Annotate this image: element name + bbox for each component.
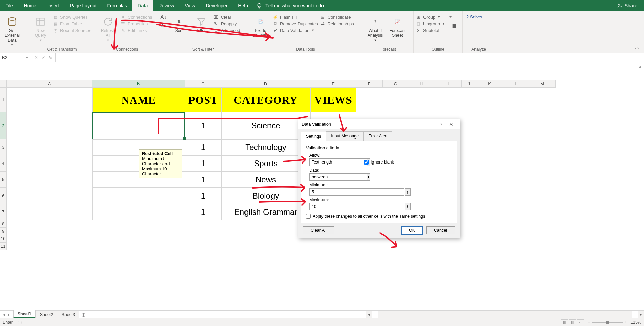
range-select-icon[interactable]: ⭱ — [405, 203, 411, 210]
new-query-button[interactable]: New Query ▼ — [30, 14, 51, 42]
row-header-1[interactable]: 1 — [0, 88, 6, 112]
tab-home[interactable]: Home — [19, 0, 42, 11]
close-icon[interactable]: ✕ — [446, 122, 456, 127]
filter-button[interactable]: Filter — [191, 14, 211, 33]
tab-developer[interactable]: Developer — [201, 0, 233, 11]
cell-D4[interactable]: Sports — [221, 155, 310, 172]
checkbox[interactable] — [364, 160, 369, 165]
refresh-all-button[interactable]: Refresh All ▼ — [98, 14, 118, 42]
ok-button[interactable]: OK — [401, 226, 423, 234]
row-header-10[interactable]: 10 — [0, 235, 6, 243]
cell-B6[interactable] — [92, 188, 185, 204]
sheet-tab-3[interactable]: Sheet3 — [57, 311, 79, 318]
col-header-A[interactable]: A — [7, 80, 92, 87]
col-header-D[interactable]: D — [221, 80, 310, 87]
relationships-button[interactable]: ⇄Relationships — [320, 21, 354, 26]
col-header-C[interactable]: C — [185, 80, 221, 87]
cell-C4[interactable]: 1 — [185, 155, 221, 172]
cell-C7[interactable]: 1 — [185, 204, 221, 220]
cell-D5[interactable]: News — [221, 172, 310, 188]
tab-settings[interactable]: Settings — [301, 132, 326, 141]
minimum-field[interactable]: ⭱ — [309, 188, 411, 196]
solver-button[interactable]: ？Solver — [465, 14, 483, 20]
cell-D1[interactable]: Category — [221, 88, 310, 112]
outline-collapse-icon[interactable]: ⁻≣ — [449, 23, 456, 29]
group-button[interactable]: ⊞Group ▼ — [416, 14, 445, 20]
col-header-F[interactable]: F — [356, 80, 383, 87]
view-page-layout-icon[interactable]: ▤ — [569, 319, 576, 325]
connections-button[interactable]: ⚭Connections — [120, 14, 152, 20]
text-to-columns-button[interactable]: 📑 Text to Columns — [250, 14, 271, 38]
row-header-9[interactable]: 9 — [0, 228, 6, 235]
advanced-button[interactable]: ▽Advanced — [213, 28, 240, 33]
row-header-5[interactable]: 5 — [0, 172, 6, 188]
sheet-tab-1[interactable]: Sheet1 — [13, 310, 36, 318]
row-header-8[interactable]: 8 — [0, 220, 6, 228]
subtotal-button[interactable]: ΣSubtotal — [416, 28, 445, 33]
col-header-B[interactable]: B — [92, 80, 185, 87]
consolidate-button[interactable]: ⊞Consolidate — [320, 14, 354, 20]
cell-C6[interactable]: 1 — [185, 188, 221, 204]
maximum-field[interactable]: ⭱ — [309, 203, 411, 210]
cell-C5[interactable]: 1 — [185, 172, 221, 188]
apply-all-checkbox[interactable]: Apply these changes to all other cells w… — [306, 214, 452, 219]
col-header-L[interactable]: L — [503, 80, 529, 87]
help-icon[interactable]: ? — [436, 122, 446, 127]
nav-prev-icon[interactable]: ► — [7, 312, 11, 317]
cell-C1[interactable]: Post — [185, 88, 221, 112]
tell-me[interactable]: Tell me what you want to do — [256, 2, 324, 9]
sort-desc-icon[interactable]: Z↓ — [160, 22, 166, 28]
clear-all-button[interactable]: Clear All — [303, 226, 334, 234]
chevron-down-icon[interactable]: ▼ — [367, 173, 370, 181]
col-header-G[interactable]: G — [383, 80, 409, 87]
tab-input-message[interactable]: Input Message — [326, 131, 364, 141]
scroll-right-icon[interactable]: ► — [638, 311, 644, 318]
zoom-in-icon[interactable]: + — [625, 320, 627, 325]
data-value[interactable] — [309, 173, 367, 181]
zoom-slider[interactable] — [592, 322, 623, 323]
cell-C2[interactable]: 1 — [185, 112, 221, 139]
col-header-E[interactable]: E — [310, 80, 356, 87]
sheet-tab-2[interactable]: Sheet2 — [35, 311, 58, 318]
flash-fill-button[interactable]: ⚡Flash Fill — [273, 14, 318, 20]
sort-button[interactable]: ⇅ Sort — [169, 14, 189, 33]
scroll-left-icon[interactable]: ◄ — [366, 311, 372, 318]
tab-data[interactable]: Data — [132, 0, 153, 11]
outline-expand-icon[interactable]: ⁺≣ — [449, 14, 456, 21]
sort-asc-icon[interactable]: A↓ — [160, 14, 167, 20]
data-combo[interactable]: ▼ — [309, 173, 360, 181]
formula-input[interactable] — [56, 53, 644, 62]
collapse-ribbon-icon[interactable]: ︿ — [635, 44, 640, 51]
hscroll-track[interactable] — [378, 311, 632, 318]
row-header-6[interactable]: 6 — [0, 188, 6, 204]
tab-view[interactable]: View — [179, 0, 200, 11]
collapse-icon[interactable]: ▲ — [638, 64, 642, 68]
remove-duplicates-button[interactable]: ⧉Remove Duplicates — [273, 21, 318, 26]
tab-formulas[interactable]: Formulas — [102, 0, 132, 11]
get-external-data-button[interactable]: Get External Data ▼ — [2, 14, 22, 47]
tab-insert[interactable]: Insert — [42, 0, 65, 11]
row-header-4[interactable]: 4 — [0, 155, 6, 172]
forecast-sheet-button[interactable]: 📈 Forecast Sheet — [387, 14, 408, 38]
row-header-3[interactable]: 3 — [0, 139, 6, 155]
tab-file[interactable]: File — [0, 0, 19, 11]
col-header-M[interactable]: M — [529, 80, 556, 87]
what-if-button[interactable]: ？ What-If Analysis ▼ — [365, 14, 385, 42]
cell-B1[interactable]: Name — [92, 88, 185, 112]
col-header-I[interactable]: I — [435, 80, 462, 87]
share-button[interactable]: Share — [617, 3, 637, 8]
row-header-2[interactable]: 2 — [0, 112, 6, 139]
row-header-11[interactable]: 11 — [0, 243, 6, 250]
cancel-formula-icon[interactable]: ✕ — [34, 55, 38, 60]
reapply-button[interactable]: ↻Reapply — [213, 21, 240, 26]
enter-formula-icon[interactable]: ✓ — [42, 55, 45, 60]
show-queries-button[interactable]: ▦Show Queries — [53, 14, 92, 20]
from-table-button[interactable]: ▦From Table — [53, 21, 92, 26]
macro-record-icon[interactable]: ▢ — [18, 320, 22, 325]
fx-icon[interactable]: fx — [49, 55, 52, 60]
col-header-H[interactable]: H — [409, 80, 435, 87]
cell-B7[interactable] — [92, 204, 185, 220]
tab-page-layout[interactable]: Page Layout — [65, 0, 102, 11]
properties-button[interactable]: ☰Properties — [120, 21, 152, 26]
view-page-break-icon[interactable]: ▭ — [577, 319, 584, 325]
